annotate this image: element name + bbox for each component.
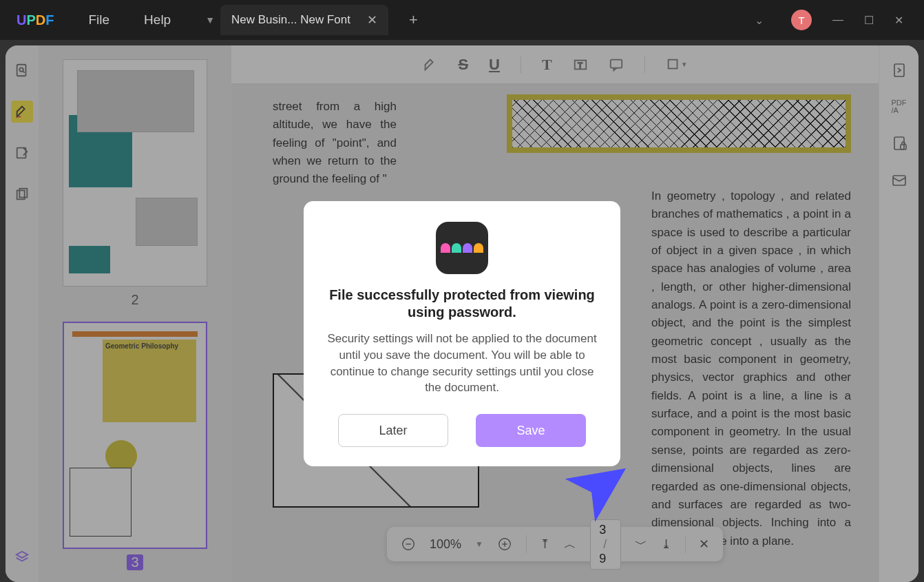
document-tab[interactable]: New Busin... New Font ✕ <box>220 5 388 35</box>
dialog-app-icon <box>436 222 488 274</box>
new-tab-button[interactable]: + <box>409 11 418 29</box>
menu-file[interactable]: File <box>88 12 109 28</box>
menu-help[interactable]: Help <box>144 12 171 28</box>
dialog-title: File successfully protected from viewing… <box>326 287 598 321</box>
dialog-body: Security settings will not be applied to… <box>326 331 598 396</box>
save-button[interactable]: Save <box>476 414 586 447</box>
minimize-icon[interactable]: — <box>832 14 843 26</box>
close-window-icon[interactable]: ✕ <box>894 14 903 27</box>
later-button[interactable]: Later <box>338 414 448 447</box>
tab-dropdown[interactable]: ▼ <box>205 14 215 25</box>
window-menu-chevron-icon[interactable]: ⌄ <box>755 14 764 27</box>
user-avatar[interactable]: T <box>791 10 812 30</box>
tab-close-icon[interactable]: ✕ <box>367 12 377 28</box>
maximize-icon[interactable]: ☐ <box>864 14 874 27</box>
app-logo: UPDF <box>17 12 54 28</box>
password-success-dialog: File successfully protected from viewing… <box>304 201 620 466</box>
title-bar: UPDF File Help ▼ New Busin... New Font ✕… <box>0 0 924 40</box>
tab-title: New Busin... New Font <box>231 13 350 27</box>
